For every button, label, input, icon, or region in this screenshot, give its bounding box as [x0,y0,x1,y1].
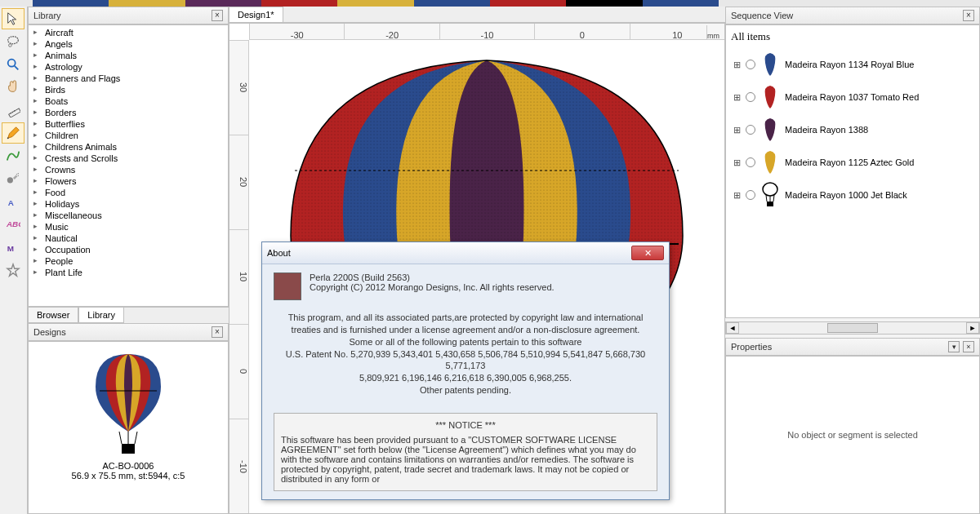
close-icon[interactable]: × [212,10,223,21]
design-thumbnail[interactable] [83,350,173,456]
svg-line-17 [119,432,122,444]
tree-item[interactable]: Aircraft [30,27,226,38]
tree-item[interactable]: Banners and Flags [30,73,226,84]
thread-icon [760,51,780,78]
sequence-item-label: Madeira Rayon 1000 Jet Black [785,190,907,200]
text-tool-abc[interactable]: ABC [2,214,24,235]
visibility-icon[interactable] [746,60,755,69]
svg-rect-20 [122,444,135,454]
spray-tool[interactable] [2,168,24,189]
about-para1: This program, and all its associated par… [274,312,657,336]
tree-item[interactable]: Holidays [30,198,226,210]
about-patents1: U.S. Patent No. 5,270,939 5,343,401 5,43… [274,348,657,373]
properties-body: No object or segment is selected [725,356,980,514]
thread-icon [760,117,780,143]
svg-point-8 [7,137,9,139]
scroll-left-icon[interactable]: ◄ [726,322,739,334]
pen-tool[interactable] [2,122,24,144]
tree-item[interactable]: Boats [30,95,226,107]
sequence-item[interactable]: ⊞Madeira Rayon 1388 [731,113,974,146]
library-tree[interactable]: AircraftAngelsAnimalsAstrologyBanners an… [28,24,229,307]
sequence-title: Sequence View [731,11,793,20]
close-button[interactable]: ✕ [631,246,664,260]
sequence-panel-header: Sequence View × [725,7,980,24]
tree-item[interactable]: Food [30,187,226,198]
visibility-icon[interactable] [746,92,755,102]
tab-browser[interactable]: Browser [28,308,78,323]
visibility-icon[interactable] [746,157,755,167]
collapse-icon[interactable]: ▾ [948,341,960,352]
designs-title: Designs [33,327,66,337]
lasso-tool[interactable] [2,31,24,52]
svg-line-27 [773,195,774,202]
scroll-right-icon[interactable]: ► [966,322,979,334]
scrollbar-horizontal[interactable]: ◄ ► [725,321,980,335]
tree-item[interactable]: Borders [30,107,226,118]
about-notice[interactable]: *** NOTICE *** This software has been pr… [274,413,657,491]
expand-icon[interactable]: ⊞ [733,125,741,135]
visibility-icon[interactable] [746,125,755,135]
about-titlebar[interactable]: About ✕ [262,242,669,264]
close-icon[interactable]: × [963,10,974,21]
library-title: Library [33,11,61,20]
sequence-item[interactable]: ⊞Madeira Rayon 1037 Tomato Red [731,81,974,113]
tree-item[interactable]: Angels [30,38,226,50]
tree-item[interactable]: Occupation [30,244,226,255]
svg-point-9 [7,177,13,183]
properties-empty-text: No object or segment is selected [787,430,918,440]
tree-item[interactable]: Crests and Scrolls [30,153,226,164]
expand-icon[interactable]: ⊞ [733,157,741,168]
scroll-thumb[interactable] [827,323,878,333]
tree-item[interactable]: People [30,255,226,267]
star-tool[interactable] [2,259,24,281]
zoom-tool[interactable] [2,54,24,75]
color-strip [33,0,719,7]
svg-point-10 [16,174,17,175]
tree-item[interactable]: Astrology [30,61,226,73]
select-tool[interactable] [2,8,24,29]
sequence-item-label: Madeira Rayon 1037 Tomato Red [785,92,919,102]
tree-item[interactable]: Butterflies [30,118,226,130]
monogram-tool[interactable]: M [2,237,24,258]
pan-tool[interactable] [2,77,24,98]
tree-item[interactable]: Plant Life [30,267,226,278]
sequence-heading: All items [731,30,974,43]
thread-icon [760,149,780,175]
about-dialog: About ✕ Perla 2200S (Build 2563) Copyrig… [261,241,670,500]
close-icon[interactable]: × [963,341,974,352]
expand-icon[interactable]: ⊞ [733,92,741,103]
tree-item[interactable]: Children [30,130,226,141]
tree-item[interactable]: Animals [30,50,226,61]
library-tabs: Browser Library [28,307,229,323]
close-icon[interactable]: × [212,326,223,338]
svg-point-2 [8,60,16,67]
document-tab[interactable]: Design1* [229,7,283,22]
sequence-item-label: Madeira Rayon 1134 Royal Blue [785,60,914,69]
expand-icon[interactable]: ⊞ [733,60,741,70]
text-tool-a[interactable]: A [2,191,24,212]
tree-item[interactable]: Childrens Animals [30,141,226,153]
about-para2: Some or all of the following patents per… [274,336,657,348]
expand-icon[interactable]: ⊞ [733,190,741,201]
curve-tool[interactable] [2,145,24,166]
tree-item[interactable]: Miscellaneous [30,210,226,221]
svg-line-19 [135,432,137,444]
tree-item[interactable]: Flowers [30,175,226,187]
tab-library[interactable]: Library [78,308,124,323]
tree-item[interactable]: Nautical [30,233,226,244]
sequence-item[interactable]: ⊞Madeira Rayon 1125 Aztec Gold [731,146,974,179]
notice-header: *** NOTICE *** [281,420,650,430]
measure-tool[interactable] [2,100,24,121]
sequence-item[interactable]: ⊞Madeira Rayon 1134 Royal Blue [731,48,974,81]
sequence-item[interactable]: ⊞Madeira Rayon 1000 Jet Black [731,179,974,211]
library-panel-header: Library × [28,7,229,24]
about-patents2: 5,809,921 6,196,146 6,216,618 6,390,005 … [274,372,657,384]
designs-panel-header: Designs × [28,323,229,341]
tree-item[interactable]: Crowns [30,164,226,175]
svg-point-0 [8,37,19,44]
tree-item[interactable]: Music [30,221,226,233]
about-pending: Other patents pending. [274,384,657,397]
tree-item[interactable]: Birds [30,84,226,95]
ruler-vertical: 3020100-10 [229,40,249,513]
visibility-icon[interactable] [746,190,755,200]
